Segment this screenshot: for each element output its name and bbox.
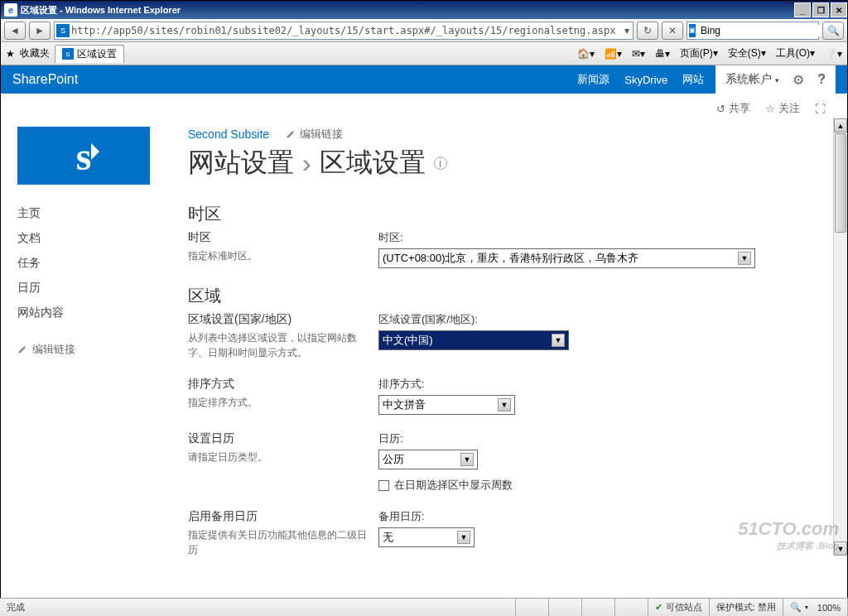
sort-select[interactable]: 中文拼音 ▼ <box>378 395 515 415</box>
favorites-star-icon[interactable]: ★ <box>6 48 15 60</box>
alt-calendar-label: 备用日历: <box>378 509 831 524</box>
status-zoom[interactable]: 🔍▾ 100% <box>783 599 848 616</box>
scroll-thumb[interactable] <box>835 133 846 233</box>
timezone-subheading: 时区 <box>188 230 370 245</box>
help-icon[interactable]: ? <box>817 72 826 87</box>
window-titlebar: e 区域设置 - Windows Internet Explorer _ ❐ ✕ <box>1 1 847 19</box>
scroll-up-button[interactable]: ▲ <box>834 118 847 132</box>
mail-button[interactable]: ✉▾ <box>632 48 645 60</box>
calendar-subheading: 设置日历 <box>188 431 370 446</box>
locale-label: 区域设置(国家/地区): <box>378 312 831 327</box>
section-sort: 排序方式 指定排序方式。 排序方式: 中文拼音 ▼ <box>188 377 831 415</box>
url-input[interactable] <box>71 25 621 36</box>
section-heading: 区域 <box>188 285 831 307</box>
address-bar[interactable]: S ▾ <box>54 22 634 40</box>
scroll-down-button[interactable]: ▼ <box>834 541 847 556</box>
title-part1: 网站设置 <box>188 145 294 181</box>
help-button[interactable]: ❔▾ <box>825 48 842 60</box>
status-protected-mode: 保护模式: 禁用 <box>710 599 783 616</box>
alt-calendar-subheading: 启用备用日历 <box>188 509 370 524</box>
breadcrumb: Second Subsite 编辑链接 <box>188 127 831 142</box>
page-title: 网站设置 › 区域设置 i <box>188 145 831 181</box>
site-logo[interactable]: s <box>17 127 150 185</box>
home-button[interactable]: 🏠▾ <box>577 48 595 60</box>
suite-link-skydrive[interactable]: SkyDrive <box>624 74 667 86</box>
stop-button[interactable]: ✕ <box>662 22 683 40</box>
nav-calendar[interactable]: 日历 <box>17 276 183 301</box>
browser-nav-row: ◄ ► S ▾ ↻ ✕ ▣ 🔍 <box>1 19 847 42</box>
main-column: Second Subsite 编辑链接 网站设置 › 区域设置 i 时区 时区 … <box>183 127 831 574</box>
pencil-icon <box>16 343 30 357</box>
search-go-button[interactable]: 🔍 <box>822 22 844 40</box>
gear-icon[interactable]: ⚙ <box>793 72 804 88</box>
suite-brand: SharePoint <box>12 72 78 87</box>
timezone-select[interactable]: (UTC+08:00)北京，重庆，香港特别行政区，乌鲁木齐 ▼ <box>378 248 755 268</box>
refresh-button[interactable]: ↻ <box>637 22 658 40</box>
show-week-label: 在日期选择区中显示周数 <box>394 478 513 493</box>
safety-menu[interactable]: 安全(S)▾ <box>728 46 766 60</box>
tab-title: 区域设置 <box>77 47 117 61</box>
chevron-down-icon: ▼ <box>738 252 751 265</box>
calendar-label: 日历: <box>378 431 831 446</box>
dropdown-icon[interactable]: ▾ <box>621 25 633 36</box>
breadcrumb-edit-links[interactable]: 编辑链接 <box>286 127 343 142</box>
favorites-label[interactable]: 收藏夹 <box>20 46 50 60</box>
locale-desc: 从列表中选择区域设置，以指定网站数字、日期和时间显示方式。 <box>188 330 370 360</box>
chevron-down-icon: ▼ <box>498 398 511 411</box>
sharepoint-favicon: S <box>56 24 70 37</box>
tools-menu[interactable]: 工具(O)▾ <box>776 46 815 60</box>
content-area: s 主页 文档 任务 日历 网站内容 编辑链接 Second Subsite 编… <box>1 118 847 574</box>
suite-link-sites[interactable]: 网站 <box>682 72 704 87</box>
chevron-right-icon: › <box>302 148 311 179</box>
section-alt-calendar: 启用备用日历 指定提供有关日历功能其他信息的二级日历 备用日历: 无 ▼ <box>188 509 831 557</box>
tab-favicon: S <box>62 48 74 60</box>
alt-calendar-desc: 指定提供有关日历功能其他信息的二级日历 <box>188 527 370 557</box>
quick-launch: 主页 文档 任务 日历 网站内容 编辑链接 <box>17 201 183 362</box>
page-menu[interactable]: 页面(P)▾ <box>680 46 718 60</box>
nav-home[interactable]: 主页 <box>17 201 183 226</box>
vertical-scrollbar[interactable]: ▲ ▼ <box>833 118 847 556</box>
status-zone: ✔可信站点 <box>648 599 710 616</box>
chevron-down-icon: ▼ <box>460 453 474 466</box>
share-button[interactable]: ↺ 共享 <box>716 101 750 116</box>
calendar-desc: 请指定日历类型。 <box>188 450 370 464</box>
locale-select[interactable]: 中文(中国) ▼ <box>378 330 569 350</box>
calendar-select[interactable]: 公历 ▼ <box>378 450 478 469</box>
print-button[interactable]: 🖶▾ <box>655 48 670 60</box>
page-actions-row: ↺ 共享 ☆ 关注 ⛶ <box>1 94 847 118</box>
focus-button[interactable]: ⛶ <box>815 103 826 115</box>
alt-calendar-select[interactable]: 无 ▼ <box>378 527 475 547</box>
back-button[interactable]: ◄ <box>4 22 26 40</box>
nav-documents[interactable]: 文档 <box>17 226 183 251</box>
timezone-label: 时区: <box>378 230 831 245</box>
search-box[interactable]: ▣ <box>687 22 819 40</box>
timezone-desc: 指定标准时区。 <box>188 248 370 263</box>
section-calendar: 设置日历 请指定日历类型。 日历: 公历 ▼ 在日期选择区中显示周数 <box>188 431 831 493</box>
info-icon[interactable]: i <box>434 156 447 170</box>
nav-tasks[interactable]: 任务 <box>17 251 183 276</box>
account-menu[interactable]: 系统帐户 ▾ <box>725 72 779 87</box>
chevron-down-icon: ▼ <box>457 531 470 544</box>
forward-button[interactable]: ► <box>29 22 51 40</box>
section-timezone: 时区 时区 指定标准时区。 时区: (UTC+08:00)北京，重庆，香港特别行… <box>188 203 831 268</box>
window-title: 区域设置 - Windows Internet Explorer <box>21 4 181 17</box>
nav-site-contents[interactable]: 网站内容 <box>17 301 183 325</box>
search-input[interactable] <box>697 25 825 36</box>
suite-link-newsfeed[interactable]: 新闻源 <box>577 72 610 87</box>
show-week-checkbox[interactable] <box>378 480 389 491</box>
bing-icon: ▣ <box>689 24 696 37</box>
favorites-row: ★ 收藏夹 S 区域设置 🏠▾ 📶▾ ✉▾ 🖶▾ 页面(P)▾ 安全(S)▾ 工… <box>1 42 847 65</box>
close-button[interactable]: ✕ <box>831 2 847 17</box>
maximize-button[interactable]: ❐ <box>812 2 829 17</box>
minimize-button[interactable]: _ <box>794 2 811 17</box>
sort-desc: 指定排序方式。 <box>188 395 370 410</box>
breadcrumb-subsite[interactable]: Second Subsite <box>188 128 269 141</box>
pencil-icon <box>284 128 298 142</box>
nav-edit-links[interactable]: 编辑链接 <box>17 337 183 362</box>
title-part2: 区域设置 <box>320 145 426 181</box>
left-column: s 主页 文档 任务 日历 网站内容 编辑链接 <box>17 127 183 574</box>
browser-tab[interactable]: S 区域设置 <box>55 45 124 63</box>
feeds-button[interactable]: 📶▾ <box>605 48 622 60</box>
locale-subheading: 区域设置(国家/地区) <box>188 312 370 327</box>
follow-button[interactable]: ☆ 关注 <box>765 101 800 116</box>
